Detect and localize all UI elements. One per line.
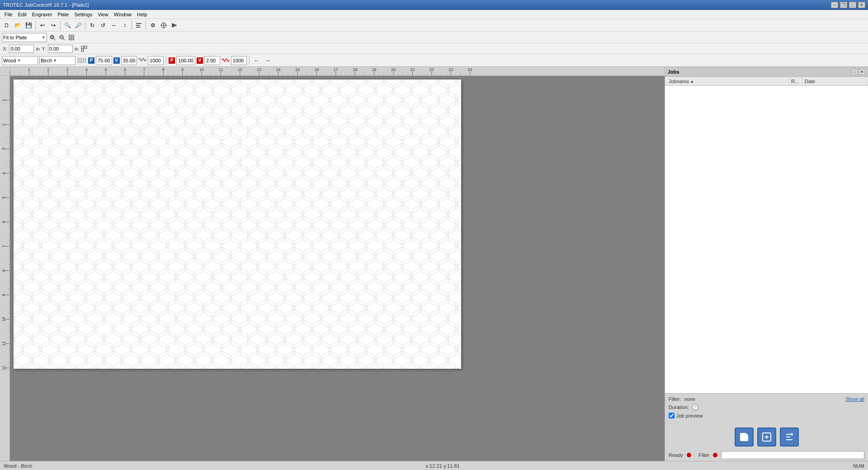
subtype-label: Birch: [41, 58, 52, 63]
svg-text:15: 15: [295, 67, 300, 72]
svg-text:9: 9: [181, 67, 184, 72]
freq-cut-value[interactable]: 1000: [231, 56, 247, 65]
svg-text:5: 5: [1, 197, 6, 199]
svg-text:24: 24: [468, 67, 472, 72]
material-toolbar: Wood ▼ Birch ▼ P 75.00 V 35.00 1000 P 10…: [0, 54, 868, 67]
fit-to-plate-dropdown[interactable]: Fit to Plate ▼: [2, 33, 47, 42]
settings-job-button[interactable]: [780, 428, 799, 446]
settings-button[interactable]: ⚙: [148, 20, 158, 30]
align-button[interactable]: [134, 20, 144, 30]
col-jobname[interactable]: Jobname ▲: [667, 77, 789, 85]
restore-button[interactable]: ❐: [840, 2, 847, 8]
next-button[interactable]: →: [263, 56, 273, 66]
connect-button[interactable]: [757, 428, 776, 446]
save-button[interactable]: 💾: [24, 20, 33, 30]
svg-text:1: 1: [28, 67, 30, 72]
process-button[interactable]: [159, 20, 169, 30]
execute-button[interactable]: [170, 20, 179, 30]
show-all-link[interactable]: Show all: [845, 396, 864, 402]
zoom-out-button-2[interactable]: [58, 33, 66, 42]
svg-line-11: [53, 38, 55, 40]
close-button[interactable]: ✕: [858, 2, 865, 8]
jobs-list[interactable]: [665, 86, 868, 393]
material-label: Wood: [3, 58, 16, 63]
separator3: [85, 21, 85, 30]
menu-file[interactable]: File: [2, 11, 15, 18]
menu-plate[interactable]: Plate: [55, 11, 71, 18]
prev-button[interactable]: ←: [252, 56, 262, 66]
menu-engraver[interactable]: Engraver: [29, 11, 55, 18]
jobs-column-headers: Jobname ▲ R... Date: [665, 77, 868, 86]
svg-rect-212: [14, 80, 461, 369]
action-buttons: [665, 425, 868, 449]
svg-text:14: 14: [276, 67, 281, 72]
svg-text:11: 11: [218, 67, 223, 72]
svg-text:6: 6: [1, 221, 6, 223]
svg-text:11: 11: [1, 341, 6, 346]
menu-bar: File Edit Engraver Plate Settings View W…: [0, 10, 868, 19]
duration-label: Duration:: [669, 404, 689, 410]
filter-row: Filter: none Show all: [669, 396, 864, 402]
svg-text:3: 3: [66, 67, 69, 72]
menu-help[interactable]: Help: [134, 11, 150, 18]
save-job-button[interactable]: [735, 428, 754, 446]
panel-close-button[interactable]: ✕: [859, 69, 865, 75]
rotate-cw-button[interactable]: ↻: [87, 20, 97, 30]
ready-label: Ready: [669, 452, 683, 458]
power-cut-value[interactable]: 100.00: [176, 56, 195, 65]
svg-text:16: 16: [314, 67, 319, 72]
redo-button[interactable]: ↪: [48, 20, 58, 30]
freq-engrave-value[interactable]: 1000: [148, 56, 164, 65]
duration-picker[interactable]: 🕐: [692, 404, 699, 411]
fit-to-plate-label: Fit to Plate: [3, 35, 27, 40]
open-button[interactable]: 📂: [13, 20, 23, 30]
job-preview-checkbox[interactable]: [669, 413, 675, 418]
title-controls: ─ ❐ □ ✕: [831, 2, 865, 8]
velocity-engrave-value[interactable]: 35.00: [121, 56, 137, 65]
zoom-in-button-2[interactable]: [48, 33, 57, 42]
y-input[interactable]: [48, 45, 73, 53]
svg-text:4: 4: [1, 172, 6, 174]
subtype-dropdown[interactable]: Birch ▼: [39, 56, 75, 65]
zoom-out-button[interactable]: 🔎: [73, 20, 83, 30]
ready-indicator: [687, 453, 691, 457]
svg-text:4: 4: [85, 67, 88, 72]
jobs-panel: Jobs □ ✕ Jobname ▲ R... Date: [665, 67, 868, 461]
zoom-in-button[interactable]: 🔍: [62, 20, 72, 30]
position-button[interactable]: [80, 45, 88, 53]
col-resolution[interactable]: R...: [789, 77, 803, 85]
flip-h-button[interactable]: ↔: [109, 20, 119, 30]
new-button[interactable]: 🗋: [2, 20, 12, 30]
filter-input-field[interactable]: [721, 451, 864, 459]
filter-label: Filter: none: [669, 396, 695, 402]
minimize-button[interactable]: ─: [831, 2, 838, 8]
col-date[interactable]: Date: [803, 77, 866, 85]
canvas-wrapper[interactable]: 123456789101112131415161718192021222324 …: [0, 67, 665, 461]
svg-rect-148: [0, 76, 10, 461]
sep2: [249, 56, 250, 65]
maximize-button[interactable]: □: [849, 2, 856, 8]
sep-laser: [166, 56, 166, 65]
separator4: [132, 21, 132, 30]
velocity-cut-badge: V: [197, 57, 203, 64]
undo-button[interactable]: ↩: [38, 20, 47, 30]
canvas-area[interactable]: [10, 76, 665, 461]
menu-edit[interactable]: Edit: [15, 11, 29, 18]
svg-text:10: 10: [199, 67, 204, 72]
menu-window[interactable]: Window: [111, 11, 134, 18]
power-engrave-value[interactable]: 75.00: [96, 56, 112, 65]
svg-rect-1: [136, 25, 140, 26]
x-input[interactable]: [9, 45, 34, 53]
material-dropdown[interactable]: Wood ▼: [2, 56, 38, 65]
velocity-cut-value[interactable]: 2.00: [204, 56, 220, 65]
panel-float-button[interactable]: □: [851, 69, 858, 75]
flip-v-button[interactable]: ↕: [120, 20, 130, 30]
rotate-ccw-button[interactable]: ↺: [98, 20, 108, 30]
jobs-footer: Filter: none Show all Duration: 🕐 Job pr…: [665, 393, 868, 425]
zoom-fit-button[interactable]: [67, 33, 75, 42]
jobs-title: Jobs: [668, 69, 679, 75]
menu-view[interactable]: View: [95, 11, 111, 18]
svg-rect-17: [69, 35, 74, 40]
dropdown-arrow: ▼: [42, 35, 46, 40]
menu-settings[interactable]: Settings: [71, 11, 95, 18]
